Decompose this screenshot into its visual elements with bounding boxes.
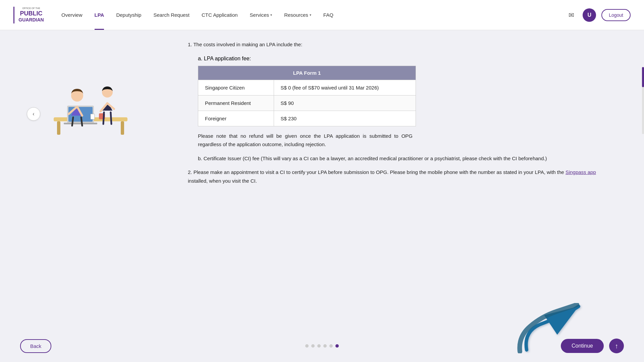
subsection-a-text: LPA application fee: xyxy=(204,56,251,61)
nav-right: ✉ U Logout xyxy=(565,8,631,22)
continue-button[interactable]: Continue xyxy=(561,339,604,353)
nav-ctc-application[interactable]: CTC Application xyxy=(202,9,238,20)
subsection-b-prefix: b. xyxy=(198,156,202,161)
subsection-a: a. LPA application fee: LPA Form 1 Singa… xyxy=(198,56,617,149)
fee-table: LPA Form 1 Singapore Citizen S$ 0 (fee o… xyxy=(198,66,416,126)
svg-line-15 xyxy=(103,112,104,124)
right-panel: 1. The costs involved in making an LPA i… xyxy=(174,30,644,332)
table-cell-category-1: Singapore Citizen xyxy=(198,80,274,95)
svg-rect-5 xyxy=(64,123,97,124)
nav-resources-dropdown[interactable]: Resources ▾ xyxy=(284,12,311,18)
illustration xyxy=(30,64,144,137)
section-2-prefix: 2. xyxy=(188,169,192,175)
table-row: Singapore Citizen S$ 0 (fee of S$70 waiv… xyxy=(198,80,416,95)
section-2-text-before-link: Please make an appointment to visit a CI… xyxy=(194,169,564,175)
left-panel: ‹ xyxy=(0,30,174,332)
note-text: Please note that no refund will be given… xyxy=(198,132,413,149)
resources-chevron-down-icon: ▾ xyxy=(310,13,311,17)
mail-icon[interactable]: ✉ xyxy=(565,9,577,21)
navbar: OFFICE OF THE PUBLIC GUARDIAN Overview L… xyxy=(0,0,644,30)
svg-line-11 xyxy=(81,117,82,126)
singpass-link[interactable]: Singpass app xyxy=(566,169,596,175)
nav-lpa[interactable]: LPA xyxy=(95,9,104,20)
main-content: ‹ xyxy=(0,30,644,332)
section-1-text: The costs involved in making an LPA incl… xyxy=(193,42,302,47)
svg-rect-2 xyxy=(121,121,124,135)
scroll-top-button[interactable]: ↑ xyxy=(609,339,624,353)
dot-6 xyxy=(335,344,339,348)
dot-3 xyxy=(317,344,321,348)
section-2-text-after-link: installed, when you visit the CI. xyxy=(188,178,257,184)
svg-line-10 xyxy=(72,117,73,126)
logo-public-text: PUBLIC xyxy=(20,10,43,17)
desk-illustration xyxy=(34,70,141,137)
table-row: Permanent Resident S$ 90 xyxy=(198,95,416,111)
services-chevron-down-icon: ▾ xyxy=(270,13,272,17)
subsection-a-label: a. LPA application fee: xyxy=(198,56,617,62)
carousel-prev-button[interactable]: ‹ xyxy=(27,107,40,121)
table-cell-category-2: Permanent Resident xyxy=(198,95,274,111)
arrow-up-icon: ↑ xyxy=(615,342,618,350)
dot-1 xyxy=(305,344,309,348)
logo-divider xyxy=(13,7,14,23)
svg-rect-1 xyxy=(57,121,60,135)
section-2: 2. Please make an appointment to visit a… xyxy=(188,168,617,185)
nav-links: Overview LPA Deputyship Search Request C… xyxy=(61,9,565,20)
svg-rect-17 xyxy=(91,114,95,119)
subsection-b-text: Certificate Issuer (CI) fee (This will v… xyxy=(204,156,547,161)
table-cell-fee-3: S$ 230 xyxy=(274,111,416,126)
logo-guardian-text: GUARDIAN xyxy=(18,17,44,23)
table-header: LPA Form 1 xyxy=(198,66,416,80)
pagination-dots xyxy=(305,344,339,348)
back-button[interactable]: Back xyxy=(20,339,51,353)
table-cell-fee-2: S$ 90 xyxy=(274,95,416,111)
nav-services-dropdown[interactable]: Services ▾ xyxy=(250,12,272,18)
right-actions: Continue ↑ xyxy=(561,339,624,353)
subsection-a-prefix: a. xyxy=(198,56,202,61)
logo-area: OFFICE OF THE PUBLIC GUARDIAN xyxy=(13,5,45,25)
section-1-prefix: 1. xyxy=(188,42,192,47)
logout-button[interactable]: Logout xyxy=(601,9,631,21)
bottom-bar: Back Continue ↑ xyxy=(0,332,644,360)
avatar[interactable]: U xyxy=(583,8,596,22)
nav-resources-label: Resources xyxy=(284,12,308,18)
table-cell-fee-1: S$ 0 (fee of S$70 waived until 31 Mar 20… xyxy=(274,80,416,95)
logo-office-text: OFFICE OF THE xyxy=(22,7,40,10)
scroll-thumb xyxy=(642,67,644,87)
svg-line-16 xyxy=(111,112,111,124)
scroll-indicator xyxy=(642,67,644,134)
subsection-b: b. Certificate Issuer (CI) fee (This wil… xyxy=(198,154,617,163)
table-cell-category-3: Foreigner xyxy=(198,111,274,126)
logo: OFFICE OF THE PUBLIC GUARDIAN xyxy=(18,5,45,25)
dot-5 xyxy=(329,344,333,348)
nav-overview[interactable]: Overview xyxy=(61,9,83,20)
nav-services-label: Services xyxy=(250,12,269,18)
section-1: 1. The costs involved in making an LPA i… xyxy=(188,40,617,49)
nav-deputyship[interactable]: Deputyship xyxy=(116,9,141,20)
dot-2 xyxy=(311,344,315,348)
dot-4 xyxy=(323,344,327,348)
table-row: Foreigner S$ 230 xyxy=(198,111,416,126)
nav-faq[interactable]: FAQ xyxy=(323,9,333,20)
nav-search-request[interactable]: Search Request xyxy=(153,9,190,20)
